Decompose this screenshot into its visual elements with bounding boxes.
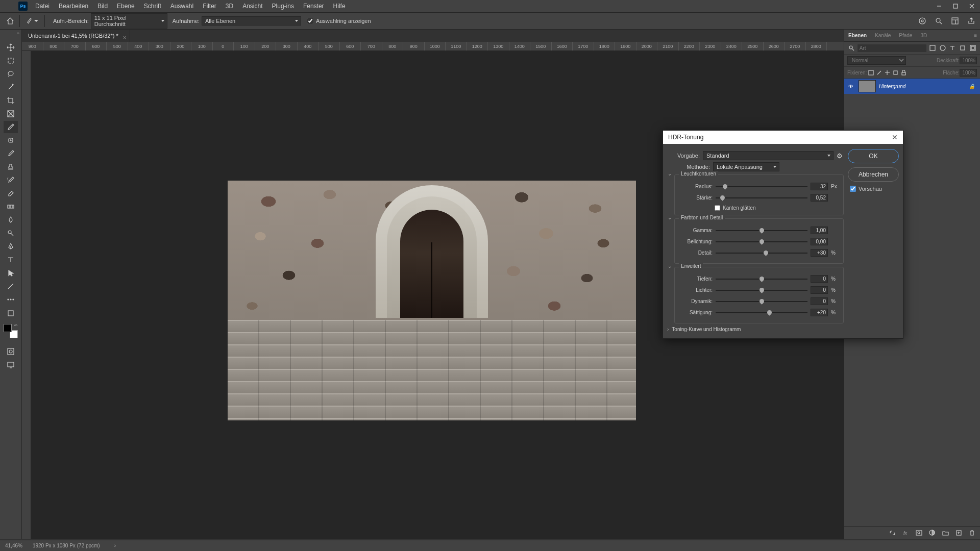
tab-layers[interactable]: Ebenen xyxy=(844,30,871,41)
preset-options-icon[interactable]: ⚙ xyxy=(837,152,844,159)
vibrance-input[interactable]: 0 xyxy=(811,297,828,305)
radius-input[interactable]: 32 xyxy=(811,183,828,190)
chevron-down-icon[interactable]: ⌄ xyxy=(668,171,672,177)
gamma-slider[interactable] xyxy=(716,230,807,231)
new-layer-icon[interactable] xyxy=(954,529,963,537)
screenmode-tool[interactable] xyxy=(4,359,18,371)
eyedropper-tool[interactable] xyxy=(4,121,18,133)
shadow-input[interactable]: 0 xyxy=(811,275,828,283)
lock-icon[interactable]: 🔒 xyxy=(969,84,975,89)
marquee-tool[interactable] xyxy=(4,55,18,67)
delete-layer-icon[interactable] xyxy=(968,529,976,537)
brush-tool[interactable] xyxy=(4,147,18,160)
gradient-tool[interactable] xyxy=(4,201,18,213)
highlight-input[interactable]: 0 xyxy=(811,286,828,294)
dialog-close-icon[interactable]: ✕ xyxy=(892,133,898,141)
detail-slider[interactable] xyxy=(716,253,807,254)
edit-toolbar-icon[interactable] xyxy=(4,307,18,319)
pen-tool[interactable] xyxy=(4,240,18,253)
smooth-edges-checkbox[interactable]: Kanten glätten xyxy=(715,205,839,211)
chevron-down-icon[interactable]: ⌄ xyxy=(668,215,672,220)
lock-all-icon[interactable] xyxy=(899,68,908,77)
menu-select[interactable]: Auswahl xyxy=(166,0,198,12)
window-close-button[interactable] xyxy=(964,0,980,12)
opacity-input[interactable] xyxy=(960,57,977,64)
cancel-button[interactable]: Abbrechen xyxy=(848,167,899,182)
frame-tool[interactable] xyxy=(4,108,18,120)
menu-window[interactable]: Fenster xyxy=(299,0,329,12)
quickmask-tool[interactable] xyxy=(4,345,18,358)
menu-edit[interactable]: Bearbeiten xyxy=(54,0,93,12)
lock-position-icon[interactable] xyxy=(883,68,891,77)
panel-menu-icon[interactable]: ≡ xyxy=(970,30,980,41)
lock-brush-icon[interactable] xyxy=(875,68,883,77)
preview-checkbox[interactable]: Vorschau xyxy=(848,186,899,192)
window-minimize-button[interactable] xyxy=(931,0,947,12)
menu-type[interactable]: Schrift xyxy=(139,0,166,12)
type-tool[interactable] xyxy=(4,254,18,266)
tab-3d[interactable]: 3D xyxy=(916,30,931,41)
menu-filter[interactable]: Filter xyxy=(198,0,221,12)
sample-layers-select[interactable]: Alle Ebenen xyxy=(202,16,301,26)
stamp-tool[interactable] xyxy=(4,161,18,173)
gamma-input[interactable]: 1,00 xyxy=(811,227,828,234)
search-icon[interactable] xyxy=(847,44,855,52)
link-layers-icon[interactable] xyxy=(888,529,896,537)
healing-brush-tool[interactable] xyxy=(4,134,18,146)
layer-thumbnail[interactable] xyxy=(859,80,876,92)
crop-tool[interactable] xyxy=(4,94,18,107)
document-tab[interactable]: Unbenannt-1 bei 41,5% (RGB/32*) * × xyxy=(22,30,130,42)
menu-layer[interactable]: Ebene xyxy=(112,0,139,12)
color-swatches[interactable]: ⤺ xyxy=(4,324,18,338)
dodge-tool[interactable] xyxy=(4,227,18,239)
foreground-color[interactable] xyxy=(4,324,12,332)
move-tool[interactable] xyxy=(4,41,18,54)
search-icon[interactable] xyxy=(934,16,943,26)
lasso-tool[interactable] xyxy=(4,68,18,80)
menu-plugins[interactable]: Plug-ins xyxy=(267,0,299,12)
menu-view[interactable]: Ansicht xyxy=(238,0,267,12)
saturation-slider[interactable] xyxy=(716,312,807,313)
home-icon[interactable] xyxy=(4,15,16,27)
menu-file[interactable]: Datei xyxy=(31,0,54,12)
filter-smart-icon[interactable] xyxy=(969,44,977,52)
menu-image[interactable]: Bild xyxy=(93,0,112,12)
highlight-slider[interactable] xyxy=(716,290,807,291)
lock-artboard-icon[interactable] xyxy=(891,68,899,77)
preset-select[interactable]: Standard xyxy=(703,151,834,160)
chevron-down-icon[interactable]: ⌄ xyxy=(668,263,672,269)
vibrance-slider[interactable] xyxy=(716,301,807,302)
strength-input[interactable]: 0,52 xyxy=(811,194,828,202)
status-more-icon[interactable]: › xyxy=(114,543,116,548)
document-dimensions[interactable]: 1920 Px x 1080 Px (72 ppcm) xyxy=(33,543,100,548)
lock-pixels-icon[interactable] xyxy=(867,68,875,77)
layer-item-background[interactable]: 👁 Hintergrund 🔒 xyxy=(844,79,980,94)
strength-slider[interactable] xyxy=(716,197,807,198)
ok-button[interactable]: OK xyxy=(848,149,899,163)
visibility-toggle-icon[interactable]: 👁 xyxy=(846,84,855,89)
exposure-slider[interactable] xyxy=(716,241,807,242)
method-select[interactable]: Lokale Anpassung xyxy=(713,162,779,171)
sample-size-select[interactable]: 11 x 11 Pixel Durchschnitt xyxy=(91,13,167,29)
dialog-titlebar[interactable]: HDR-Tonung ✕ xyxy=(663,131,903,144)
section-curve-collapsed[interactable]: › Toning-Kurve und Histogramm xyxy=(667,327,844,332)
blend-mode-select[interactable]: Normal xyxy=(847,56,906,65)
filter-image-icon[interactable] xyxy=(928,44,937,52)
history-brush-tool[interactable] xyxy=(4,174,18,186)
window-maximize-button[interactable] xyxy=(947,0,964,12)
layer-filter-input[interactable] xyxy=(857,44,926,52)
tab-paths[interactable]: Pfade xyxy=(895,30,916,41)
workspace-icon[interactable] xyxy=(950,16,960,26)
zoom-level[interactable]: 41,46% xyxy=(5,543,22,548)
filter-adjust-icon[interactable] xyxy=(939,44,947,52)
menu-3d[interactable]: 3D xyxy=(221,0,238,12)
panel-collapse-icon[interactable]: » xyxy=(17,31,19,36)
share-icon[interactable] xyxy=(967,16,976,26)
menu-help[interactable]: Hilfe xyxy=(329,0,350,12)
blur-tool[interactable] xyxy=(4,214,18,226)
fill-input[interactable] xyxy=(960,69,977,77)
shape-tool[interactable] xyxy=(4,280,18,292)
radius-slider[interactable] xyxy=(716,186,807,187)
swap-colors-icon[interactable]: ⤺ xyxy=(14,323,18,328)
group-icon[interactable] xyxy=(941,529,949,537)
